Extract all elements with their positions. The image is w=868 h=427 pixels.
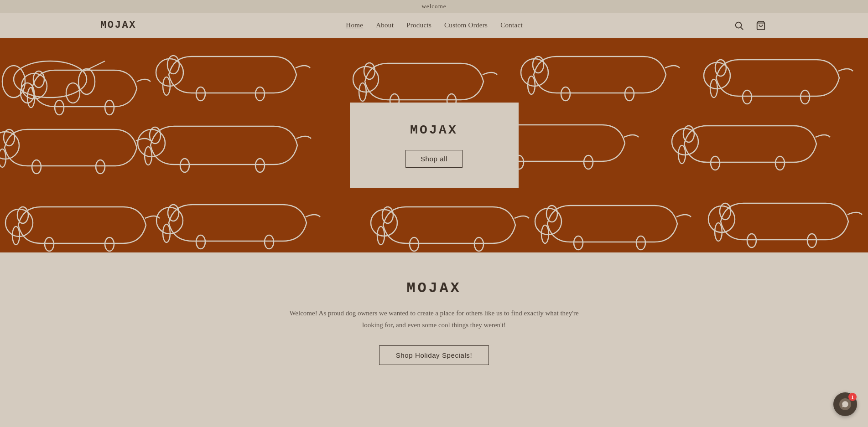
svg-point-48	[584, 155, 593, 169]
svg-point-13	[105, 100, 114, 115]
svg-point-27	[561, 87, 570, 101]
chat-icon	[839, 398, 851, 410]
hero-card-title: MOJaX	[410, 123, 458, 137]
svg-point-43	[255, 159, 265, 172]
svg-line-1	[741, 27, 743, 30]
svg-point-67	[410, 237, 419, 251]
nav-contact[interactable]: Contact	[500, 21, 523, 29]
nav-home[interactable]: Home	[346, 21, 363, 29]
nav-products[interactable]: Products	[406, 21, 431, 29]
svg-point-11	[33, 71, 44, 87]
svg-point-0	[736, 22, 742, 28]
svg-point-78	[807, 234, 816, 247]
svg-point-17	[196, 87, 205, 101]
nav-custom-orders[interactable]: Custom Orders	[444, 21, 488, 29]
svg-point-42	[180, 159, 189, 172]
header-icons	[732, 19, 768, 32]
cart-button[interactable]	[754, 19, 768, 32]
cart-icon	[756, 21, 766, 31]
svg-point-28	[625, 87, 634, 101]
svg-point-72	[574, 236, 583, 250]
svg-point-33	[800, 90, 810, 104]
svg-point-38	[96, 160, 105, 174]
search-button[interactable]	[732, 19, 746, 32]
svg-point-63	[265, 235, 274, 249]
announcement-bar: welcome	[0, 0, 868, 13]
header: MOJaX Home About Products Custom Orders …	[0, 13, 868, 38]
svg-point-62	[196, 235, 205, 249]
svg-point-53	[775, 156, 785, 170]
svg-point-37	[32, 160, 41, 174]
search-icon	[734, 21, 744, 31]
svg-point-73	[636, 236, 645, 250]
svg-line-8	[84, 61, 105, 71]
hero-card: MOJaX Shop all	[350, 103, 519, 188]
chat-badge: 1	[848, 393, 857, 401]
svg-point-77	[747, 234, 756, 247]
svg-point-12	[55, 100, 64, 115]
svg-point-52	[711, 156, 720, 170]
below-hero-section: MOJaX Welcome! As proud dog owners we wa…	[0, 252, 868, 383]
chat-widget[interactable]: 1	[833, 392, 857, 416]
svg-point-68	[474, 237, 483, 251]
below-hero-description: Welcome! As proud dog owners we wanted t…	[284, 308, 585, 331]
svg-point-58	[105, 237, 114, 251]
svg-point-57	[45, 237, 54, 251]
nav-about[interactable]: About	[376, 21, 394, 29]
hero-section: MOJaX Shop all	[0, 38, 868, 252]
announcement-text: welcome	[421, 3, 446, 10]
holiday-specials-button[interactable]: Shop Holiday Specials!	[379, 345, 489, 365]
svg-point-18	[255, 87, 265, 101]
main-nav: Home About Products Custom Orders Contac…	[346, 21, 523, 29]
svg-point-32	[743, 90, 752, 104]
below-hero-title: MOJaX	[9, 280, 859, 297]
logo: MOJaX	[100, 20, 136, 31]
shop-all-button[interactable]: Shop all	[405, 150, 463, 168]
